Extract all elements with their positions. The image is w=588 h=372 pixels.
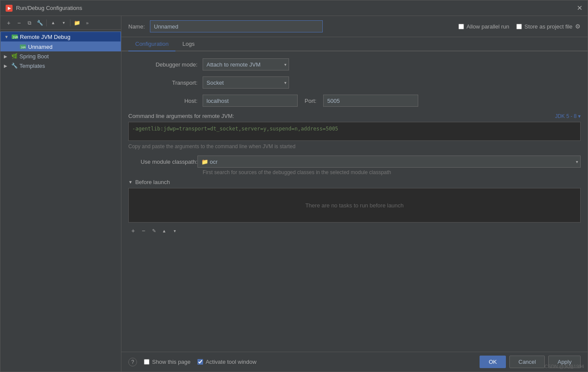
dialog-title: Run/Debug Configurations bbox=[16, 5, 82, 11]
activate-tool-window-checkbox[interactable] bbox=[197, 359, 203, 365]
tabs-bar: Configuration Logs bbox=[121, 37, 588, 51]
templates-icon: 🔧 bbox=[11, 62, 18, 69]
before-launch-down-button[interactable]: ▾ bbox=[170, 226, 179, 235]
separator-2 bbox=[70, 19, 70, 26]
tree-group-templates[interactable]: ▶ 🔧 Templates bbox=[0, 61, 121, 70]
before-launch-empty: There are no tasks to run before launch bbox=[305, 202, 404, 209]
expand-arrow-templates: ▶ bbox=[4, 64, 9, 68]
separator-1 bbox=[46, 19, 47, 26]
name-input[interactable] bbox=[150, 20, 323, 32]
remote-jvm-label: Remote JVM Debug bbox=[20, 34, 70, 40]
bottom-checkboxes: Show this page Activate tool window bbox=[144, 359, 257, 365]
before-launch-header[interactable]: ▼ Before launch bbox=[128, 179, 581, 185]
unnamed-icon: JVM bbox=[19, 43, 26, 50]
before-launch-section: ▼ Before launch There are no tasks to ru… bbox=[128, 179, 581, 237]
left-toolbar: + − ⧉ 🔧 ▲ ▾ 📁 » bbox=[0, 16, 121, 30]
bottom-bar: ? Show this page Activate tool window bbox=[121, 352, 588, 372]
move-down-button[interactable]: ▾ bbox=[59, 18, 68, 28]
remove-config-button[interactable]: − bbox=[14, 18, 24, 28]
store-project-file-label: Store as project file bbox=[524, 23, 572, 30]
transport-row: Transport: Socket Shared memory ▾ bbox=[128, 76, 581, 89]
transport-wrapper: Socket Shared memory ▾ bbox=[203, 76, 289, 89]
cmd-args-box: -agentlib:jdwp=transport=dt_socket,serve… bbox=[128, 122, 581, 141]
cmd-args-header: Command line arguments for remote JVM: J… bbox=[128, 113, 581, 119]
remote-jvm-group-icon: JVM bbox=[11, 33, 18, 40]
folder-button[interactable]: 📁 bbox=[72, 18, 82, 28]
tab-logs[interactable]: Logs bbox=[175, 37, 201, 51]
before-launch-content: There are no tasks to run before launch bbox=[128, 188, 581, 223]
wrench-button[interactable]: 🔧 bbox=[35, 18, 44, 28]
ok-button[interactable]: OK bbox=[480, 356, 506, 368]
allow-parallel-run-label: Allow parallel run bbox=[467, 23, 509, 30]
port-label: Port: bbox=[305, 98, 316, 104]
title-bar: ▶ Run/Debug Configurations ✕ bbox=[0, 0, 588, 16]
right-panel: Name: Allow parallel run Store as projec… bbox=[121, 16, 588, 372]
config-content: Debugger mode: Attach to remote JVM List… bbox=[121, 51, 588, 352]
allow-parallel-run-checkbox[interactable] bbox=[458, 24, 464, 29]
before-launch-remove-button[interactable]: − bbox=[139, 226, 148, 235]
left-panel: + − ⧉ 🔧 ▲ ▾ 📁 » ▼ JVM bbox=[0, 16, 121, 372]
debugger-mode-label: Debugger mode: bbox=[128, 61, 197, 68]
debugger-mode-row: Debugger mode: Attach to remote JVM List… bbox=[128, 58, 581, 70]
port-input[interactable] bbox=[323, 95, 418, 107]
add-config-button[interactable]: + bbox=[4, 18, 13, 28]
before-launch-arrow: ▼ bbox=[128, 180, 133, 184]
templates-label: Templates bbox=[19, 63, 45, 69]
tree-group-remote-jvm[interactable]: ▼ JVM Remote JVM Debug bbox=[0, 32, 121, 42]
before-launch-up-button[interactable]: ▲ bbox=[159, 226, 169, 235]
show-this-page-checkbox[interactable] bbox=[144, 359, 149, 365]
debugger-mode-wrapper: Attach to remote JVM Listen to remote JV… bbox=[203, 58, 289, 70]
name-row: Name: Allow parallel run Store as projec… bbox=[121, 16, 588, 37]
expand-arrow-spring-boot: ▶ bbox=[4, 54, 9, 59]
module-classpath-select[interactable]: 📁 ocr bbox=[197, 156, 581, 168]
host-port-inputs: Port: bbox=[203, 95, 418, 107]
module-classpath-row: Use module classpath: 📁 ocr ▾ bbox=[128, 156, 581, 168]
host-input[interactable] bbox=[203, 95, 298, 107]
module-hint: First search for sources of the debugged… bbox=[203, 169, 581, 175]
transport-label: Transport: bbox=[128, 79, 197, 86]
help-button[interactable]: ? bbox=[128, 358, 137, 366]
tree-item-unnamed[interactable]: JVM Unnamed bbox=[0, 42, 121, 51]
store-project-file-row: Store as project file ⚙ bbox=[516, 23, 581, 30]
tab-configuration[interactable]: Configuration bbox=[128, 37, 175, 51]
allow-parallel-run-row: Allow parallel run bbox=[458, 23, 509, 30]
config-tree: ▼ JVM Remote JVM Debug bbox=[0, 30, 121, 372]
before-launch-edit-button[interactable]: ✎ bbox=[149, 226, 159, 235]
show-this-page-label: Show this page bbox=[152, 359, 191, 365]
svg-text:JVM: JVM bbox=[21, 46, 25, 49]
copy-config-button[interactable]: ⧉ bbox=[25, 18, 34, 28]
store-project-file-checkbox[interactable] bbox=[516, 24, 522, 29]
before-launch-add-button[interactable]: + bbox=[128, 226, 138, 235]
cmd-args-section: Command line arguments for remote JVM: J… bbox=[128, 113, 581, 149]
help-icon-text: ? bbox=[131, 359, 134, 365]
activate-tool-window-row: Activate tool window bbox=[197, 359, 257, 365]
module-classpath-label: Use module classpath: bbox=[128, 159, 197, 165]
expand-arrow-remote-jvm: ▼ bbox=[4, 35, 10, 39]
cancel-button[interactable]: Cancel bbox=[509, 356, 545, 368]
title-bar-left: ▶ Run/Debug Configurations bbox=[6, 5, 82, 12]
tree-group-spring-boot[interactable]: ▶ 🌿 Spring Boot bbox=[0, 51, 121, 61]
before-launch-toolbar: + − ✎ ▲ ▾ bbox=[128, 224, 581, 237]
watermark: CSDN @风格1994 bbox=[544, 363, 584, 370]
host-port-row: Host: Port: bbox=[128, 95, 581, 107]
main-content: + − ⧉ 🔧 ▲ ▾ 📁 » ▼ JVM bbox=[0, 16, 588, 372]
move-up-button[interactable]: ▲ bbox=[48, 18, 58, 28]
debugger-mode-select[interactable]: Attach to remote JVM Listen to remote JV… bbox=[203, 58, 289, 70]
module-select-wrapper: 📁 ocr ▾ bbox=[197, 156, 581, 168]
before-launch-label: Before launch bbox=[135, 179, 170, 185]
close-button[interactable]: ✕ bbox=[577, 4, 582, 12]
bottom-left: ? Show this page Activate tool window bbox=[128, 358, 257, 366]
gear-icon[interactable]: ⚙ bbox=[575, 23, 581, 30]
spring-boot-icon: 🌿 bbox=[11, 53, 18, 60]
cmd-hint: Copy and paste the arguments to the comm… bbox=[128, 143, 581, 149]
run-debug-dialog: ▶ Run/Debug Configurations ✕ + − ⧉ 🔧 ▲ ▾… bbox=[0, 0, 588, 372]
svg-text:JVM: JVM bbox=[13, 36, 18, 39]
cmd-args-label: Command line arguments for remote JVM: bbox=[128, 113, 234, 119]
jdk-link[interactable]: JDK 5 - 8 ▾ bbox=[555, 113, 581, 119]
transport-select[interactable]: Socket Shared memory bbox=[203, 76, 289, 89]
app-icon: ▶ bbox=[6, 5, 13, 12]
show-this-page-row: Show this page bbox=[144, 359, 191, 365]
name-label: Name: bbox=[128, 23, 145, 30]
more-button[interactable]: » bbox=[83, 18, 92, 28]
right-options: Allow parallel run Store as project file… bbox=[458, 23, 581, 30]
